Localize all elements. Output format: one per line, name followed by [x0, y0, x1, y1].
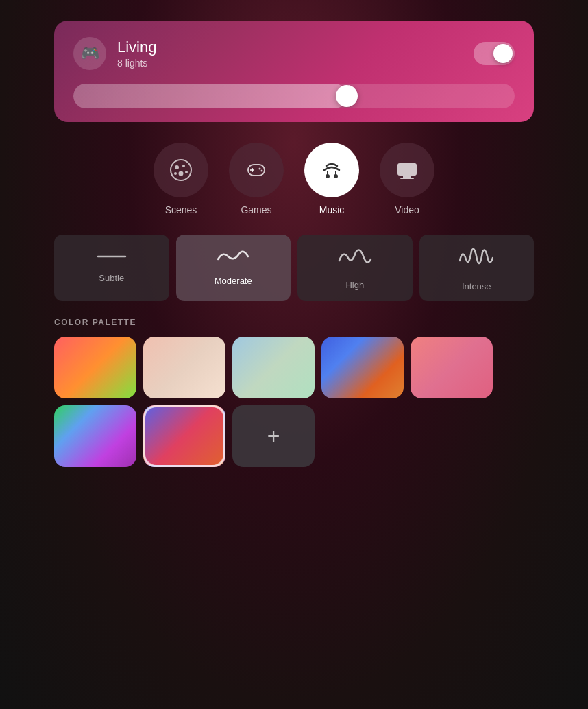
video-label: Video: [395, 204, 419, 215]
room-info: Living 8 lights: [117, 38, 156, 69]
moderate-label: Moderate: [215, 276, 252, 286]
modes-row: Scenes Games: [54, 143, 534, 215]
room-name: Living: [117, 38, 156, 56]
toggle-knob: [493, 44, 513, 63]
color-swatch-5[interactable]: [411, 337, 493, 398]
high-wave-icon: [338, 247, 372, 273]
mode-video[interactable]: Video: [380, 143, 434, 215]
palette-row-1: [54, 337, 534, 398]
svg-point-0: [171, 160, 191, 180]
svg-point-10: [261, 170, 263, 172]
color-swatch-add[interactable]: +: [232, 405, 315, 467]
intensity-intense[interactable]: Intense: [419, 235, 535, 301]
color-swatch-6[interactable]: [54, 405, 136, 467]
svg-rect-14: [335, 171, 336, 177]
palette-section: COLOR PALETTE +: [54, 317, 534, 467]
subtle-wave-icon: [95, 247, 129, 266]
room-icon: 🎮: [73, 37, 106, 70]
mode-music[interactable]: Music: [304, 143, 359, 215]
palette-row-2: +: [54, 405, 534, 467]
svg-point-9: [259, 168, 261, 170]
brightness-slider[interactable]: [73, 84, 515, 108]
svg-rect-16: [403, 176, 411, 178]
main-container: 🎮 Living 8 lights: [54, 21, 534, 709]
lights-count: 8 lights: [117, 58, 156, 69]
color-swatch-4[interactable]: [321, 337, 404, 398]
mode-scenes[interactable]: Scenes: [154, 143, 208, 215]
games-circle: [229, 143, 284, 197]
room-card: 🎮 Living 8 lights: [54, 21, 534, 122]
music-circle: [304, 143, 359, 197]
svg-point-4: [185, 171, 188, 173]
svg-rect-15: [397, 163, 417, 176]
svg-rect-13: [327, 171, 328, 177]
intense-label: Intense: [462, 281, 491, 291]
intensity-moderate[interactable]: Moderate: [176, 235, 291, 301]
slider-thumb: [336, 85, 358, 107]
moderate-wave-icon: [216, 247, 250, 269]
svg-point-1: [175, 165, 179, 169]
svg-rect-17: [400, 178, 414, 179]
palette-grid: +: [54, 337, 534, 467]
high-label: High: [345, 280, 364, 290]
add-icon: +: [267, 424, 280, 449]
svg-point-2: [182, 165, 185, 167]
svg-point-5: [174, 172, 177, 175]
intensity-subtle[interactable]: Subtle: [54, 235, 169, 301]
svg-point-3: [179, 171, 184, 176]
color-swatch-3[interactable]: [232, 337, 315, 398]
color-swatch-7[interactable]: [143, 405, 225, 467]
mode-games[interactable]: Games: [229, 143, 284, 215]
music-label: Music: [319, 204, 345, 215]
color-swatch-2[interactable]: [143, 337, 225, 398]
games-label: Games: [241, 204, 271, 215]
intensity-row: Subtle Moderate High: [54, 235, 534, 301]
palette-title: COLOR PALETTE: [54, 317, 534, 327]
subtle-label: Subtle: [99, 273, 124, 283]
scenes-circle: [154, 143, 208, 197]
intensity-high[interactable]: High: [297, 235, 413, 301]
intense-wave-icon: [459, 247, 493, 274]
video-circle: [380, 143, 434, 197]
power-toggle[interactable]: [474, 42, 515, 65]
color-swatch-1[interactable]: [54, 337, 136, 398]
slider-fill: [73, 84, 347, 108]
scenes-label: Scenes: [165, 204, 197, 215]
